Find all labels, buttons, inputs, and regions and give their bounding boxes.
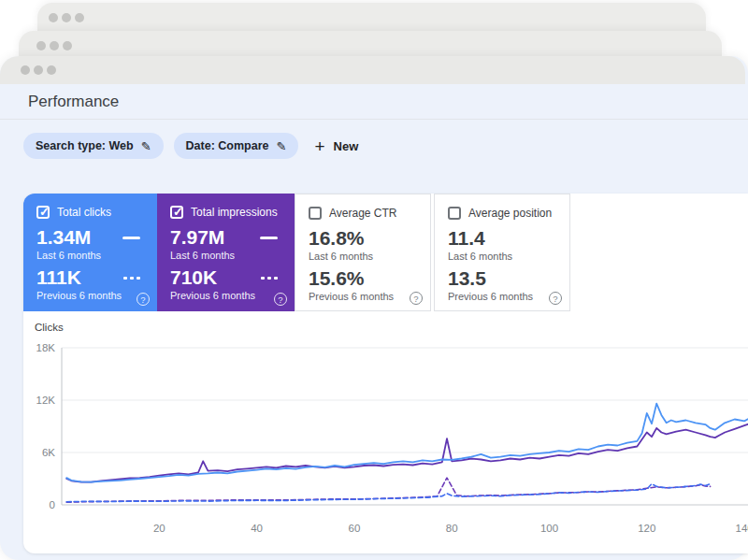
checkbox-checked-icon[interactable]: ✓ — [36, 206, 50, 219]
chart-line — [66, 404, 748, 482]
metric-cards-row: ✓ Total clicks 1.34M Last 6 months 111K … — [23, 194, 748, 311]
checkbox-unchecked-icon[interactable] — [309, 207, 322, 220]
metric-toggle-row: Average position — [448, 207, 569, 220]
x-tick-label: 140 — [736, 523, 748, 534]
clicks-chart-svg: 06K12K18K20406080100120140 — [23, 318, 748, 553]
primary-value-row: 16.8% — [309, 228, 430, 249]
y-tick-label: 6K — [42, 447, 55, 458]
y-tick-label: 18K — [36, 342, 56, 353]
secondary-value: 15.6% — [309, 268, 365, 289]
secondary-value-row: 710K — [170, 267, 295, 288]
filter-chip-label: Date: Compare — [186, 139, 269, 152]
y-tick-label: 0 — [50, 499, 55, 510]
window-dot-icon — [63, 41, 72, 50]
metric-card-total-clicks[interactable]: ✓ Total clicks 1.34M Last 6 months 111K … — [23, 194, 157, 311]
x-tick-label: 60 — [349, 523, 361, 534]
front-window: Performance Search type: Web ✎ Date: Com… — [0, 56, 748, 560]
new-filter-label: New — [334, 139, 359, 153]
metric-card-average-position[interactable]: Average position 11.4 Last 6 months 13.5… — [434, 194, 570, 311]
x-tick-label: 120 — [638, 523, 655, 534]
chart-line — [66, 484, 710, 502]
metric-label: Average position — [468, 207, 552, 220]
checkbox-unchecked-icon[interactable] — [448, 207, 461, 220]
primary-caption: Last 6 months — [448, 251, 569, 262]
metric-card-average-ctr[interactable]: Average CTR 16.8% Last 6 months 15.6% Pr… — [295, 194, 431, 311]
chart-y-axis-title: Clicks — [35, 322, 64, 333]
metric-label: Total clicks — [57, 206, 111, 219]
secondary-value-row: 111K — [36, 267, 157, 288]
metric-toggle-row: Average CTR — [309, 207, 430, 220]
metric-label: Total impressions — [191, 206, 278, 219]
page-title: Performance — [28, 92, 748, 112]
primary-caption: Last 6 months — [309, 251, 430, 262]
solid-line-icon — [260, 237, 278, 239]
metric-toggle-row: ✓ Total clicks — [36, 206, 157, 219]
page-header: Performance — [0, 84, 748, 120]
filter-bar: Search type: Web ✎ Date: Compare ✎ + New — [0, 120, 748, 159]
window-dot-icon — [34, 65, 43, 75]
secondary-value: 13.5 — [448, 268, 486, 289]
window-dot-icon — [50, 41, 59, 50]
primary-value: 16.8% — [309, 228, 365, 249]
x-tick-label: 40 — [251, 523, 263, 534]
filter-chip-date[interactable]: Date: Compare ✎ — [174, 133, 299, 159]
primary-value-row: 7.97M — [170, 227, 295, 248]
filter-chip-search-type[interactable]: Search type: Web ✎ — [23, 133, 164, 159]
primary-caption: Last 6 months — [36, 250, 157, 261]
dotted-line-icon — [123, 277, 140, 280]
checkmark-icon: ✓ — [39, 205, 50, 219]
filter-chip-label: Search type: Web — [36, 139, 134, 152]
x-tick-label: 80 — [446, 523, 458, 534]
background-window-bar-1 — [37, 3, 706, 33]
solid-line-icon — [122, 237, 140, 239]
secondary-value-row: 13.5 — [448, 268, 569, 289]
plus-icon: + — [314, 137, 324, 155]
primary-value: 11.4 — [448, 228, 485, 249]
window-dot-icon — [49, 13, 58, 22]
front-window-titlebar — [0, 56, 745, 84]
help-icon[interactable]: ? — [137, 293, 150, 306]
window-dot-icon — [21, 65, 30, 75]
primary-value-row: 11.4 — [448, 228, 569, 249]
help-icon[interactable]: ? — [274, 293, 287, 306]
secondary-value-row: 15.6% — [309, 268, 430, 289]
primary-caption: Last 6 months — [170, 250, 295, 261]
window-controls — [49, 13, 84, 22]
metric-card-total-impressions[interactable]: ✓ Total impressions 7.97M Last 6 months … — [157, 194, 295, 311]
window-dot-icon — [75, 13, 84, 22]
secondary-value: 111K — [36, 267, 81, 288]
performance-panel: ✓ Total clicks 1.34M Last 6 months 111K … — [23, 194, 748, 553]
x-tick-label: 100 — [540, 523, 558, 534]
dotted-line-icon — [261, 277, 278, 280]
window-dot-icon — [47, 65, 56, 75]
window-dot-icon — [36, 41, 46, 50]
checkbox-checked-icon[interactable]: ✓ — [170, 206, 183, 219]
screenshot-root: Performance Search type: Web ✎ Date: Com… — [0, 0, 748, 560]
x-tick-label: 20 — [153, 523, 165, 534]
clicks-chart: Clicks 06K12K18K20406080100120140 — [23, 318, 748, 553]
primary-value-row: 1.34M — [36, 227, 157, 248]
edit-pencil-icon: ✎ — [141, 139, 151, 153]
metric-toggle-row: ✓ Total impressions — [170, 206, 295, 219]
metric-label: Average CTR — [329, 207, 396, 220]
y-tick-label: 12K — [36, 395, 56, 406]
window-controls — [36, 41, 72, 50]
primary-value: 1.34M — [36, 227, 91, 248]
help-icon[interactable]: ? — [410, 292, 423, 305]
edit-pencil-icon: ✎ — [277, 139, 287, 153]
checkmark-icon: ✓ — [173, 205, 183, 219]
primary-value: 7.97M — [170, 227, 224, 248]
new-filter-button[interactable]: + New — [314, 137, 358, 155]
help-icon[interactable]: ? — [549, 292, 562, 305]
secondary-value: 710K — [170, 267, 217, 288]
window-dot-icon — [62, 13, 71, 22]
